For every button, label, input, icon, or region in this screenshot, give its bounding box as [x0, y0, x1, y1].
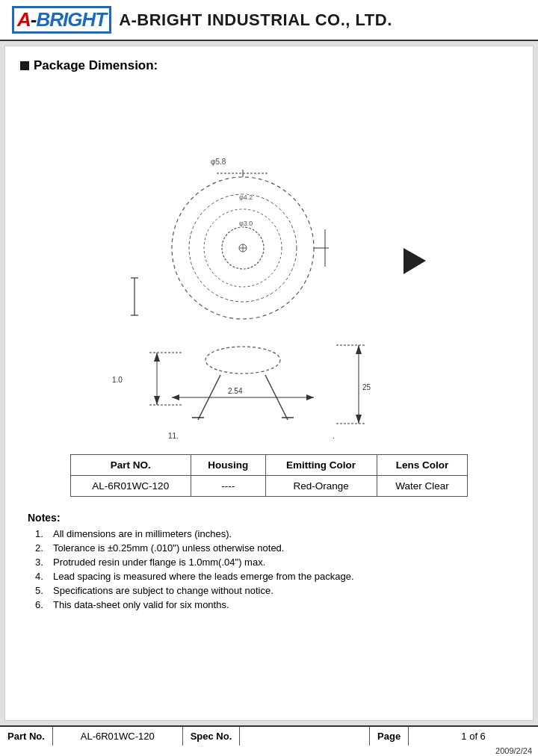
list-item: 1.All dimensions are in millimeters (inc…: [35, 528, 510, 539]
list-item: 6.This data-sheet only valid for six mon…: [35, 599, 510, 610]
svg-text:φ4.2: φ4.2: [239, 193, 253, 201]
col-header-housing: Housing: [191, 455, 265, 476]
logo: A-BRIGHT: [12, 6, 111, 34]
note-number: 6.: [35, 599, 49, 610]
note-text: This data-sheet only valid for six month…: [53, 599, 229, 610]
svg-text:2.54: 2.54: [228, 387, 243, 395]
note-number: 1.: [35, 528, 49, 539]
note-text: All dimensions are in millimeters (inche…: [53, 528, 232, 539]
list-item: 3.Protruded resin under flange is 1.0mm(…: [35, 557, 510, 568]
table-cell: AL-6R01WC-120: [70, 476, 191, 497]
header: A-BRIGHT A-BRIGHT INDUSTRIAL CO., LTD.: [0, 0, 538, 41]
footer: Part No. AL-6R01WC-120 Spec No. Page 1 o…: [0, 725, 538, 756]
svg-marker-23: [306, 394, 314, 400]
note-number: 3.: [35, 557, 49, 568]
footer-part-no-label: Part No.: [0, 727, 53, 746]
footer-page-value: 1 of 6: [409, 727, 538, 746]
col-header-part-no: Part NO.: [70, 455, 191, 476]
note-text: Specifications are subject to change wit…: [53, 585, 273, 596]
company-name: A-BRIGHT INDUSTRIAL CO., LTD.: [119, 10, 392, 30]
spec-table: Part NO. Housing Emitting Color Lens Col…: [70, 454, 469, 497]
notes-section: Notes: 1.All dimensions are in millimete…: [20, 512, 518, 610]
table-row: AL-6R01WC-120----Red-OrangeWater Clear: [70, 476, 468, 497]
note-text: Protruded resin under flange is 1.0mm(.0…: [53, 557, 265, 568]
footer-page-label: Page: [370, 727, 409, 746]
note-text: Tolerance is ±0.25mm (.010") unless othe…: [53, 542, 284, 554]
section-square-icon: [20, 61, 29, 70]
notes-list: 1.All dimensions are in millimeters (inc…: [28, 528, 510, 610]
note-text: Lead spacing is measured where the leads…: [53, 571, 354, 582]
note-number: 5.: [35, 585, 49, 596]
svg-marker-35: [356, 415, 362, 424]
logo-bright: BRIGHT: [36, 8, 106, 31]
package-dimension-diagram: φ5.8 φ4.2 φ3.0 2.54 1.0: [20, 84, 518, 442]
svg-marker-28: [154, 353, 160, 362]
col-header-lens-color: Lens Color: [377, 455, 468, 476]
list-item: 2.Tolerance is ±0.25mm (.010") unless ot…: [35, 542, 510, 554]
footer-row: Part No. AL-6R01WC-120 Spec No. Page 1 o…: [0, 725, 538, 746]
svg-text:1.0: 1.0: [112, 376, 123, 384]
svg-point-18: [205, 347, 280, 374]
svg-text:.: .: [333, 432, 335, 440]
diagram-area: φ5.8 φ4.2 φ3.0 2.54 1.0: [20, 84, 518, 442]
logo-a: A: [17, 8, 31, 31]
table-header-row: Part NO. Housing Emitting Color Lens Col…: [70, 455, 468, 476]
footer-part-no-value: AL-6R01WC-120: [53, 727, 183, 746]
notes-title: Notes:: [28, 512, 510, 524]
table-cell: Red-Orange: [265, 476, 377, 497]
main-content: Package Dimension:: [4, 46, 534, 721]
list-item: 5.Specifications are subject to change w…: [35, 585, 510, 596]
list-item: 4.Lead spacing is measured where the lea…: [35, 571, 510, 582]
table-cell: Water Clear: [377, 476, 468, 497]
svg-text:φ5.8: φ5.8: [211, 158, 226, 166]
svg-marker-17: [404, 248, 426, 274]
note-number: 2.: [35, 542, 49, 554]
footer-spec-no-label: Spec No.: [183, 727, 241, 746]
note-number: 4.: [35, 571, 49, 582]
footer-spec-no-value: [240, 727, 370, 746]
footer-date: 2009/2/24: [0, 746, 538, 756]
svg-text:φ3.0: φ3.0: [239, 220, 253, 227]
table-cell: ----: [191, 476, 265, 497]
svg-marker-34: [356, 345, 362, 354]
svg-text:25: 25: [362, 383, 371, 391]
svg-marker-22: [172, 394, 179, 400]
section-title: Package Dimension:: [20, 58, 518, 73]
svg-text:11.: 11.: [168, 432, 179, 440]
col-header-emitting-color: Emitting Color: [265, 455, 377, 476]
section-title-text: Package Dimension:: [34, 58, 158, 73]
svg-marker-29: [154, 396, 160, 405]
